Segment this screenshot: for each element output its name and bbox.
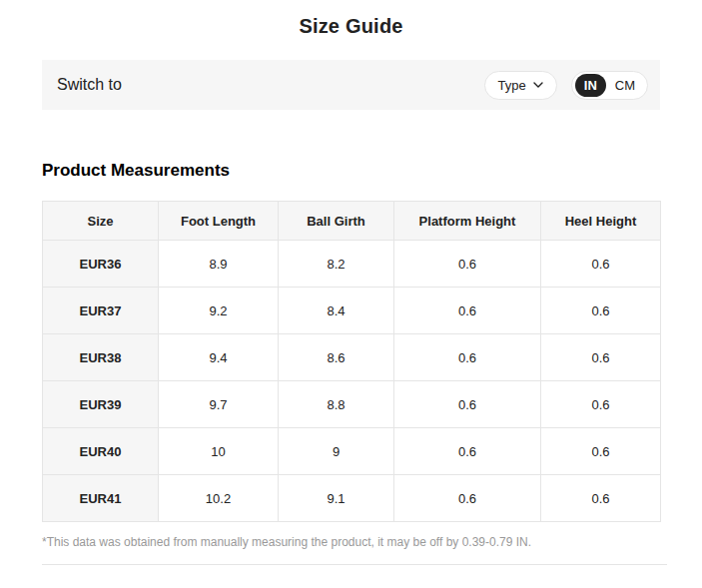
value-cell: 9.2 [159, 288, 279, 334]
table-header: SizeFoot LengthBall GirthPlatform Height… [43, 202, 661, 241]
table-row: EUR401090.60.6 [43, 428, 661, 475]
value-cell: 0.6 [394, 475, 541, 522]
switch-to-bar: Switch to Type IN CM [42, 60, 660, 110]
column-header: Ball Girth [279, 202, 394, 241]
type-dropdown-button[interactable]: Type [484, 71, 557, 100]
unit-option-cm[interactable]: CM [606, 74, 644, 97]
table-row: EUR389.48.60.60.6 [43, 334, 661, 381]
table-row: EUR4110.29.10.60.6 [43, 475, 661, 522]
column-header: Size [43, 202, 159, 241]
type-dropdown-label: Type [498, 78, 526, 93]
measurements-table: SizeFoot LengthBall GirthPlatform Height… [42, 201, 661, 522]
size-cell: EUR37 [43, 288, 159, 334]
bottom-divider [42, 564, 667, 565]
value-cell: 0.6 [541, 334, 661, 381]
value-cell: 0.6 [394, 334, 541, 381]
table-row: EUR368.98.20.60.6 [43, 241, 661, 288]
value-cell: 8.2 [279, 241, 394, 288]
value-cell: 9.1 [279, 475, 394, 522]
value-cell: 0.6 [394, 428, 541, 475]
value-cell: 8.4 [279, 288, 394, 334]
value-cell: 0.6 [541, 428, 661, 475]
value-cell: 8.8 [279, 381, 394, 428]
value-cell: 0.6 [394, 381, 541, 428]
value-cell: 0.6 [541, 475, 661, 522]
unit-toggle[interactable]: IN CM [571, 71, 648, 100]
table-row: EUR399.78.80.60.6 [43, 381, 661, 428]
section-heading: Product Measurements [42, 161, 660, 181]
table-row: EUR379.28.40.60.6 [43, 288, 661, 334]
value-cell: 0.6 [541, 381, 661, 428]
value-cell: 8.6 [279, 334, 394, 381]
table-header-row: SizeFoot LengthBall GirthPlatform Height… [43, 202, 661, 241]
value-cell: 0.6 [394, 241, 541, 288]
value-cell: 9 [279, 428, 394, 475]
value-cell: 0.6 [541, 241, 661, 288]
size-cell: EUR41 [43, 475, 159, 522]
measurement-footnote: *This data was obtained from manually me… [42, 535, 660, 549]
value-cell: 9.7 [159, 381, 279, 428]
value-cell: 10 [159, 428, 279, 475]
column-header: Heel Height [541, 202, 661, 241]
value-cell: 10.2 [159, 475, 279, 522]
size-cell: EUR36 [43, 241, 159, 288]
size-cell: EUR38 [43, 334, 159, 381]
switch-to-label: Switch to [57, 76, 122, 94]
table-body: EUR368.98.20.60.6EUR379.28.40.60.6EUR389… [43, 241, 661, 522]
value-cell: 0.6 [394, 288, 541, 334]
value-cell: 9.4 [159, 334, 279, 381]
value-cell: 8.9 [159, 241, 279, 288]
size-cell: EUR40 [43, 428, 159, 475]
page-title: Size Guide [0, 0, 702, 38]
column-header: Foot Length [159, 202, 279, 241]
size-cell: EUR39 [43, 381, 159, 428]
unit-option-in[interactable]: IN [575, 74, 606, 97]
switch-controls: Type IN CM [484, 71, 648, 100]
chevron-down-icon [533, 82, 543, 88]
value-cell: 0.6 [541, 288, 661, 334]
column-header: Platform Height [394, 202, 541, 241]
